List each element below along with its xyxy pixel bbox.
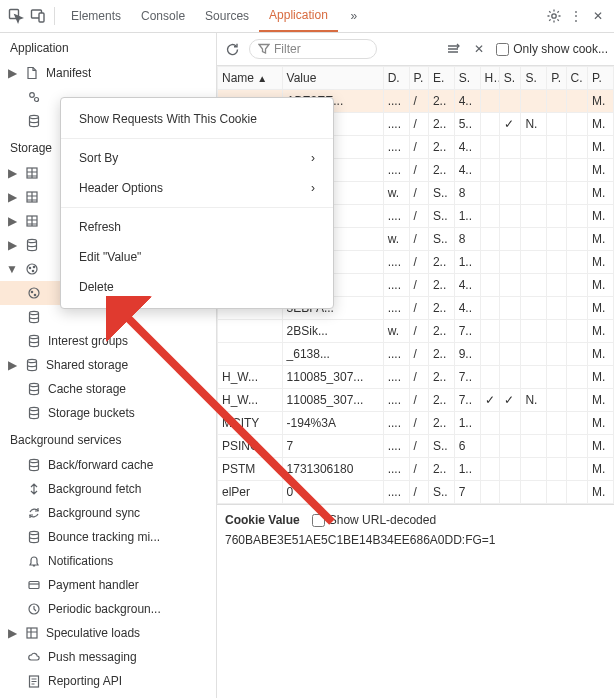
cell-value[interactable]: 0 <box>282 481 383 504</box>
cell-c[interactable] <box>566 297 588 320</box>
cell-p[interactable]: / <box>409 320 428 343</box>
cell-name[interactable]: MCITY <box>218 412 283 435</box>
cell-name[interactable]: PSINO <box>218 435 283 458</box>
cell-pr[interactable] <box>547 113 566 136</box>
cell-d[interactable]: .... <box>383 366 409 389</box>
table-row[interactable]: PSINO7..../S..6M. <box>218 435 614 458</box>
cell-s[interactable]: 4.. <box>454 297 480 320</box>
cell-pr[interactable] <box>547 343 566 366</box>
cell-pk[interactable]: M. <box>588 320 614 343</box>
cell-s[interactable]: 9.. <box>454 343 480 366</box>
cell-value[interactable]: 2BSik... <box>282 320 383 343</box>
cell-sa[interactable] <box>521 205 547 228</box>
cell-h[interactable] <box>480 205 499 228</box>
cell-pk[interactable]: M. <box>588 297 614 320</box>
cell-sa[interactable] <box>521 251 547 274</box>
cell-s[interactable]: 7.. <box>454 389 480 412</box>
cell-p[interactable]: / <box>409 389 428 412</box>
cell-p[interactable]: / <box>409 481 428 504</box>
cell-s[interactable]: 1.. <box>454 412 480 435</box>
cell-ss[interactable] <box>499 90 521 113</box>
cell-h[interactable] <box>480 435 499 458</box>
cell-sa[interactable] <box>521 90 547 113</box>
settings-gear-icon[interactable] <box>544 6 564 26</box>
cell-h[interactable] <box>480 274 499 297</box>
table-row[interactable]: PSTM1731306180..../2..1..M. <box>218 458 614 481</box>
col-h[interactable]: H. <box>480 67 499 90</box>
cell-p[interactable]: / <box>409 136 428 159</box>
cell-pk[interactable]: M. <box>588 458 614 481</box>
cell-h[interactable]: ✓ <box>480 389 499 412</box>
device-icon[interactable] <box>28 6 48 26</box>
menu-show-requests-with-this-cookie[interactable]: Show Requests With This Cookie <box>61 104 333 134</box>
sidebar-item-cache[interactable]: Cache storage <box>0 377 216 401</box>
cell-e[interactable]: 2.. <box>428 412 454 435</box>
cell-sa[interactable] <box>521 136 547 159</box>
cell-sa[interactable] <box>521 274 547 297</box>
cell-pr[interactable] <box>547 389 566 412</box>
cell-pr[interactable] <box>547 412 566 435</box>
more-icon[interactable]: ⋮ <box>566 6 586 26</box>
cell-sa[interactable] <box>521 343 547 366</box>
cell-h[interactable] <box>480 320 499 343</box>
cell-pr[interactable] <box>547 251 566 274</box>
cell-d[interactable]: w. <box>383 228 409 251</box>
col-c[interactable]: C. <box>566 67 588 90</box>
menu-delete[interactable]: Delete <box>61 272 333 302</box>
cell-p[interactable]: / <box>409 182 428 205</box>
sidebar-item-push-messaging[interactable]: Push messaging <box>0 645 216 669</box>
cell-c[interactable] <box>566 435 588 458</box>
cell-sa[interactable] <box>521 320 547 343</box>
col-p[interactable]: P. <box>547 67 566 90</box>
cell-c[interactable] <box>566 343 588 366</box>
cell-p[interactable]: / <box>409 228 428 251</box>
cell-p[interactable]: / <box>409 435 428 458</box>
cell-ss[interactable] <box>499 435 521 458</box>
cell-c[interactable] <box>566 458 588 481</box>
table-row[interactable]: H_W...110085_307......./2..7..M. <box>218 366 614 389</box>
sidebar-item-background-fetch[interactable]: Background fetch <box>0 477 216 501</box>
cell-pr[interactable] <box>547 458 566 481</box>
tab-elements[interactable]: Elements <box>61 0 131 32</box>
cell-pr[interactable] <box>547 136 566 159</box>
cell-d[interactable]: .... <box>383 343 409 366</box>
cell-ss[interactable]: ✓ <box>499 389 521 412</box>
sidebar-item-notifications[interactable]: Notifications <box>0 549 216 573</box>
cell-e[interactable]: S.. <box>428 182 454 205</box>
cell-s[interactable]: 7.. <box>454 366 480 389</box>
cell-d[interactable]: .... <box>383 435 409 458</box>
cell-value[interactable]: 7 <box>282 435 383 458</box>
cell-s[interactable]: 4.. <box>454 90 480 113</box>
cell-e[interactable]: S.. <box>428 481 454 504</box>
tab-console[interactable]: Console <box>131 0 195 32</box>
cell-h[interactable] <box>480 458 499 481</box>
cell-h[interactable] <box>480 90 499 113</box>
cell-pr[interactable] <box>547 90 566 113</box>
menu-refresh[interactable]: Refresh <box>61 212 333 242</box>
cell-ss[interactable] <box>499 251 521 274</box>
sidebar-item-interest[interactable]: Interest groups <box>0 329 216 353</box>
cell-h[interactable] <box>480 343 499 366</box>
cell-e[interactable]: 2.. <box>428 136 454 159</box>
cell-ss[interactable] <box>499 159 521 182</box>
cell-ss[interactable] <box>499 205 521 228</box>
col-e[interactable]: E. <box>428 67 454 90</box>
only-show-cookies[interactable]: Only show cook... <box>496 42 608 56</box>
cell-d[interactable]: .... <box>383 297 409 320</box>
cell-c[interactable] <box>566 228 588 251</box>
cell-s[interactable]: 5.. <box>454 113 480 136</box>
sidebar-item-bounce-tracking-mi-[interactable]: Bounce tracking mi... <box>0 525 216 549</box>
close-icon[interactable]: ✕ <box>588 6 608 26</box>
cell-d[interactable]: .... <box>383 458 409 481</box>
cell-pk[interactable]: M. <box>588 159 614 182</box>
cell-s[interactable]: 1.. <box>454 458 480 481</box>
table-row[interactable]: 2BSik...w./2..7..M. <box>218 320 614 343</box>
cell-e[interactable]: S.. <box>428 435 454 458</box>
show-url-decoded[interactable]: Show URL-decoded <box>312 513 436 527</box>
cell-c[interactable] <box>566 90 588 113</box>
sidebar-item-shared[interactable]: ▶Shared storage <box>0 353 216 377</box>
cell-h[interactable] <box>480 159 499 182</box>
cell-e[interactable]: 2.. <box>428 113 454 136</box>
cell-pr[interactable] <box>547 481 566 504</box>
cell-p[interactable]: / <box>409 297 428 320</box>
